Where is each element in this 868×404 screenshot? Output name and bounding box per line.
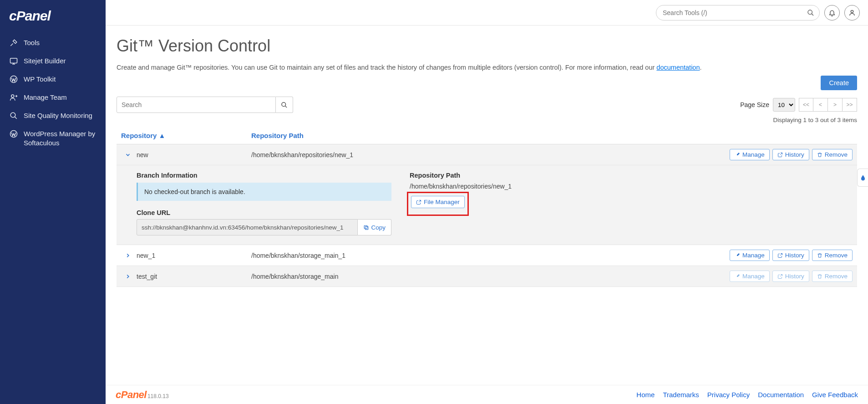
chevron-down-icon[interactable] (121, 152, 135, 158)
chevron-right-icon[interactable] (121, 273, 135, 280)
table-row: new_1 /home/bknskhan/storage_main_1 Mana… (117, 245, 857, 266)
svg-rect-9 (365, 225, 368, 229)
droplet-icon (860, 174, 866, 181)
repo-name: new (135, 151, 251, 159)
file-manager-button[interactable]: File Manager (411, 196, 465, 208)
repo-name: new_1 (135, 252, 251, 259)
display-count: Displaying 1 to 3 out of 3 items (117, 117, 857, 123)
manage-button[interactable]: Manage (730, 149, 770, 160)
trash-icon (817, 152, 822, 158)
history-button[interactable]: History (772, 250, 809, 261)
path-value: /home/bknskhan/repositories/new_1 (410, 183, 853, 190)
pager-first-button[interactable]: << (799, 98, 813, 112)
sidebar-item-label: Manage Team (24, 93, 67, 102)
create-button[interactable]: Create (821, 76, 857, 90)
repo-name: test_git (135, 273, 251, 280)
table-row: test_git /home/bknskhan/storage_main Man… (117, 266, 857, 287)
wrench-icon (735, 152, 740, 158)
history-button[interactable]: History (772, 149, 809, 160)
wordpress-icon (9, 75, 18, 84)
copy-button[interactable]: Copy (358, 219, 391, 235)
main-content: Git™ Version Control Create and manage G… (106, 0, 868, 323)
svg-point-2 (11, 95, 14, 97)
clone-url-input[interactable] (137, 219, 358, 235)
svg-point-7 (282, 102, 286, 106)
external-link-icon (777, 152, 783, 158)
history-button[interactable]: History (772, 271, 809, 282)
pager-next-button[interactable]: > (828, 98, 843, 112)
table-search-button[interactable] (276, 97, 293, 113)
bell-icon (828, 9, 836, 16)
detail-right: Repository Path /home/bknskhan/repositor… (410, 172, 853, 235)
team-icon (9, 93, 18, 102)
account-button[interactable] (844, 5, 860, 20)
trash-icon (817, 274, 822, 279)
global-search-input[interactable] (656, 5, 820, 20)
remove-button[interactable]: Remove (812, 149, 853, 160)
remove-button[interactable]: Remove (812, 250, 853, 261)
sidebar-item-label: WP Toolkit (24, 75, 56, 84)
page-size-select[interactable]: 10 (773, 98, 795, 112)
detail-left: Branch Information No checked-out branch… (137, 172, 391, 235)
clone-group: Copy (137, 219, 391, 235)
notifications-button[interactable] (824, 5, 840, 20)
sidebar-item-label: Sitejet Builder (24, 56, 66, 66)
table-search-group (117, 97, 293, 113)
external-link-icon (777, 274, 783, 279)
sidebar-item-wpmanager[interactable]: WordPress Manager by Softaculous (0, 125, 106, 152)
create-row: Create (117, 76, 857, 90)
wordpress-icon (9, 129, 18, 138)
svg-point-5 (808, 10, 812, 14)
sidebar-item-tools[interactable]: Tools (0, 34, 106, 52)
sidebar-item-wptoolkit[interactable]: WP Toolkit (0, 70, 106, 88)
wrench-icon (735, 253, 740, 258)
pager-last-button[interactable]: >> (843, 98, 857, 112)
remove-button[interactable]: Remove (812, 271, 853, 282)
pager-prev-button[interactable]: < (813, 98, 828, 112)
external-link-icon (777, 253, 783, 258)
pager: << < > >> (799, 98, 857, 112)
page-title: Git™ Version Control (117, 36, 857, 56)
sidebar-item-label: WordPress Manager by Softaculous (24, 129, 96, 147)
search-icon (807, 9, 814, 16)
tools-icon (9, 38, 18, 47)
svg-point-6 (851, 10, 853, 12)
column-repository[interactable]: Repository ▲ (121, 132, 251, 139)
sidebar-item-sitequality[interactable]: Site Quality Monitoring (0, 107, 106, 125)
sidebar: cPanel Tools Sitejet Builder WP Toolkit … (0, 0, 106, 323)
sidebar-item-sitejet[interactable]: Sitejet Builder (0, 52, 106, 70)
branch-info-message: No checked-out branch is available. (137, 183, 391, 201)
repo-detail: Branch Information No checked-out branch… (117, 165, 857, 245)
brand-logo: cPanel (0, 8, 106, 34)
trash-icon (817, 253, 822, 258)
monitor-icon (9, 56, 18, 66)
manage-button[interactable]: Manage (730, 271, 770, 282)
row-actions: Manage History Remove (730, 271, 853, 282)
manage-button[interactable]: Manage (730, 250, 770, 261)
row-actions: Manage History Remove (730, 250, 853, 261)
documentation-link[interactable]: documentation (656, 64, 700, 71)
page-size-label: Page Size (740, 101, 769, 108)
search-icon (281, 102, 288, 108)
column-path[interactable]: Repository Path (251, 132, 734, 139)
table-header: Repository ▲ Repository Path (117, 128, 857, 144)
branch-heading: Branch Information (137, 172, 391, 179)
svg-rect-8 (365, 226, 369, 230)
global-search-wrap (656, 5, 820, 20)
user-icon (848, 9, 856, 16)
table-search-input[interactable] (117, 97, 276, 113)
table-row: new /home/bknskhan/repositories/new_1 Ma… (117, 144, 857, 165)
svg-point-3 (10, 113, 15, 118)
side-handle[interactable] (857, 169, 868, 187)
path-heading: Repository Path (410, 172, 853, 179)
highlight-annotation: File Manager (407, 192, 469, 216)
row-actions: Manage History Remove (730, 149, 853, 160)
page-description: Create and manage Git™ repositories. You… (117, 64, 857, 71)
sidebar-item-manageteam[interactable]: Manage Team (0, 88, 106, 107)
chevron-right-icon[interactable] (121, 252, 135, 259)
external-link-icon (416, 199, 421, 205)
filter-row: Page Size 10 << < > >> (117, 97, 857, 113)
clone-heading: Clone URL (137, 209, 391, 216)
topbar (106, 0, 868, 26)
svg-rect-0 (10, 58, 17, 63)
